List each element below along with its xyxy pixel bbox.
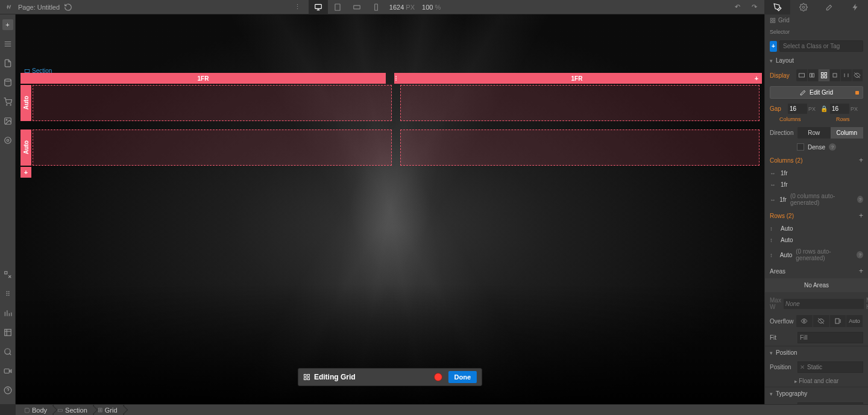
canvas[interactable]: Section 1FR 1FR + Auto Auto	[16, 14, 764, 404]
tablet-icon[interactable]	[328, 0, 347, 14]
display-inline-icon[interactable]	[841, 69, 852, 81]
element-type-label: Grid	[778, 17, 790, 23]
overflow-scroll-icon[interactable]	[830, 315, 847, 327]
breadcrumb-grid-label: Grid	[105, 407, 118, 414]
add-row-track-button[interactable]: +	[859, 211, 863, 220]
grid-cell[interactable]	[400, 129, 760, 166]
display-none-icon[interactable]	[852, 69, 864, 81]
grid-cell[interactable]	[400, 85, 760, 121]
row-track-item[interactable]: ↕ Auto	[765, 223, 868, 234]
style-manager-tab[interactable]	[816, 0, 842, 14]
row-track-item[interactable]: ↕ Auto	[765, 234, 868, 246]
mobile-landscape-icon[interactable]	[347, 0, 366, 14]
class-selector-input[interactable]	[779, 40, 863, 52]
direction-column-button[interactable]: Column	[831, 127, 864, 139]
mobile-portrait-icon[interactable]	[366, 0, 386, 14]
display-block-icon[interactable]	[796, 69, 808, 81]
refresh-icon[interactable]	[63, 2, 73, 12]
interactions-tab[interactable]	[842, 0, 868, 14]
webflow-logo-icon[interactable]	[5, 2, 14, 12]
guides-icon[interactable]	[2, 327, 13, 338]
collapse-arrow-icon: ▾	[770, 350, 773, 356]
section-element-badge[interactable]: Section	[24, 67, 52, 74]
overflow-hidden-icon[interactable]	[813, 315, 830, 327]
overflow-visible-icon[interactable]	[796, 315, 813, 327]
style-tab[interactable]	[764, 0, 790, 14]
column-track-item[interactable]: ↔ 1fr	[765, 179, 868, 190]
grid-cell[interactable]	[33, 85, 392, 121]
gap-row-unit[interactable]: PX	[851, 106, 860, 112]
add-class-button[interactable]: +	[770, 41, 777, 52]
breadcrumb-section[interactable]: ▭ Section	[54, 405, 94, 416]
row-header-2[interactable]: Auto	[20, 129, 31, 166]
help-icon[interactable]	[2, 385, 13, 396]
dense-row: Dense ?	[765, 141, 868, 153]
drag-handle-icon[interactable]: ⠿	[2, 289, 13, 299]
display-flex-icon[interactable]	[808, 69, 819, 81]
edit-grid-button[interactable]: Edit Grid	[770, 86, 863, 99]
cms-icon[interactable]	[2, 77, 13, 88]
selector-row: +	[765, 38, 868, 54]
add-column-button[interactable]: +	[751, 73, 762, 84]
column-drag-handle[interactable]	[22, 76, 23, 81]
layout-heading: Layout	[776, 57, 794, 64]
column-auto-help-icon[interactable]: ?	[857, 196, 863, 203]
add-element-icon[interactable]: +	[2, 19, 13, 30]
zoom-display[interactable]: 100 %	[418, 4, 444, 11]
navigator-icon[interactable]	[2, 39, 13, 49]
dense-checkbox[interactable]	[797, 143, 804, 151]
audit-panel-icon[interactable]	[2, 308, 13, 319]
add-area-button[interactable]: +	[859, 267, 863, 275]
collapse-arrow-icon: ▾	[770, 58, 773, 64]
row-height-icon: ↕	[770, 252, 776, 258]
fit-select[interactable]: Fill	[797, 332, 863, 343]
position-select[interactable]: ✕ Static	[797, 361, 863, 373]
typography-section-header[interactable]: ▾ Typography	[765, 387, 868, 400]
gap-columns-input[interactable]	[788, 104, 807, 114]
topbar-left: Page: Untitled	[0, 2, 293, 12]
column-drag-handle[interactable]	[395, 76, 397, 81]
gap-col-unit[interactable]: PX	[808, 106, 818, 112]
video-help-icon[interactable]	[2, 366, 13, 376]
gap-lock-icon[interactable]: 🔒	[819, 105, 829, 112]
maxw-input[interactable]	[784, 299, 864, 309]
layout-section-header[interactable]: ▾ Layout	[765, 54, 868, 67]
settings-tab[interactable]	[790, 0, 816, 14]
position-section-header[interactable]: ▾ Position	[765, 346, 868, 359]
page-settings-icon[interactable]: ⋮	[293, 2, 303, 12]
column-header-2[interactable]: 1FR	[394, 73, 760, 84]
grid-cell[interactable]	[33, 129, 392, 166]
column-auto-item[interactable]: ↔ 1fr (0 columns auto-generated) ?	[765, 190, 868, 208]
breadcrumb-grid[interactable]: ⊞ Grid	[94, 405, 124, 416]
gap-rows-input[interactable]	[830, 104, 849, 114]
editing-pill-label: Editing Grid	[303, 373, 356, 381]
assets-icon[interactable]	[2, 116, 13, 126]
undo-icon[interactable]: ↶	[732, 2, 742, 12]
desktop-icon[interactable]	[309, 0, 328, 14]
overflow-auto-button[interactable]: Auto	[846, 315, 863, 327]
float-clear-toggle[interactable]: ▸ Float and clear	[765, 375, 868, 387]
breadcrumb-body[interactable]: ▢ Body	[20, 405, 54, 416]
add-column-track-button[interactable]: +	[859, 156, 863, 164]
pages-icon[interactable]	[2, 58, 13, 69]
column-track-item[interactable]: ↔ 1fr	[765, 167, 868, 179]
project-settings-icon[interactable]	[2, 135, 13, 146]
recording-indicator-icon[interactable]	[434, 373, 442, 381]
direction-row-button[interactable]: Row	[797, 127, 831, 139]
redo-icon[interactable]: ↷	[749, 2, 759, 12]
page-label[interactable]: Page: Untitled	[18, 4, 60, 11]
row-auto-help-icon[interactable]: ?	[857, 251, 863, 258]
dense-help-icon[interactable]: ?	[829, 143, 836, 151]
row-header-1[interactable]: Auto	[20, 85, 31, 121]
search-icon[interactable]	[2, 346, 13, 357]
display-inline-block-icon[interactable]	[830, 69, 841, 81]
ecommerce-icon[interactable]	[2, 96, 13, 107]
done-button[interactable]: Done	[448, 371, 477, 383]
svg-rect-31	[825, 73, 827, 75]
edit-mode-icon[interactable]	[2, 269, 13, 280]
display-grid-icon[interactable]	[819, 69, 830, 81]
column-header-1[interactable]: 1FR	[20, 73, 386, 84]
add-row-button[interactable]: +	[20, 167, 31, 178]
canvas-width-display[interactable]: 1624 PX	[386, 4, 418, 11]
row-auto-item[interactable]: ↕ Auto (0 rows auto-generated) ?	[765, 246, 868, 264]
